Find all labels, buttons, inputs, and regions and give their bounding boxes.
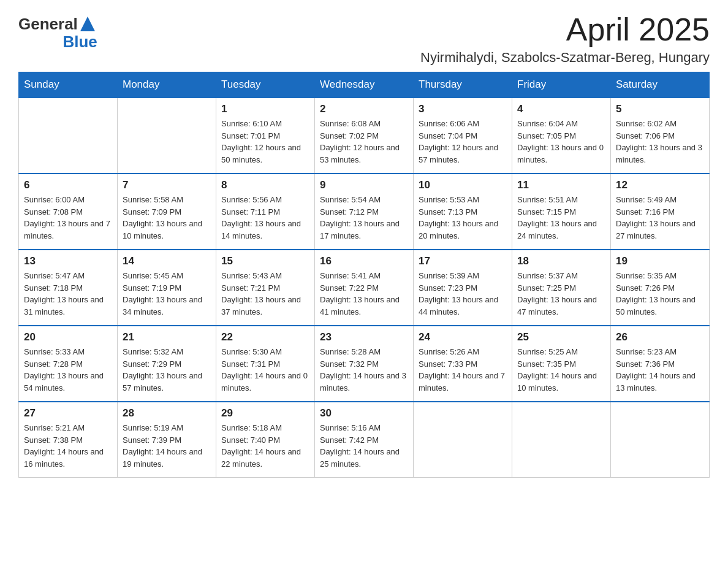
day-number: 28 (123, 407, 211, 419)
day-cell-21: 21Sunrise: 5:32 AMSunset: 7:29 PMDayligh… (118, 326, 216, 402)
day-number: 17 (419, 255, 507, 267)
empty-cell (512, 402, 611, 478)
day-info: Sunrise: 5:56 AMSunset: 7:11 PMDaylight:… (221, 194, 309, 242)
day-cell-4: 4Sunrise: 6:04 AMSunset: 7:05 PMDaylight… (512, 98, 611, 174)
day-number: 11 (517, 179, 605, 191)
day-number: 3 (419, 103, 507, 115)
day-info: Sunrise: 5:45 AMSunset: 7:19 PMDaylight:… (123, 270, 211, 318)
logo: General Blue (18, 15, 97, 50)
empty-cell (19, 98, 118, 174)
day-cell-29: 29Sunrise: 5:18 AMSunset: 7:40 PMDayligh… (216, 402, 315, 478)
title-section: April 2025 Nyirmihalydi, Szabolcs-Szatma… (420, 12, 710, 66)
calendar-header-row: SundayMondayTuesdayWednesdayThursdayFrid… (19, 72, 710, 98)
week-row-5: 27Sunrise: 5:21 AMSunset: 7:38 PMDayligh… (19, 402, 710, 478)
day-number: 26 (616, 331, 704, 343)
day-info: Sunrise: 5:19 AMSunset: 7:39 PMDaylight:… (123, 422, 211, 470)
day-info: Sunrise: 5:30 AMSunset: 7:31 PMDaylight:… (221, 346, 309, 394)
day-number: 18 (517, 255, 605, 267)
day-of-week-saturday: Saturday (611, 72, 710, 98)
day-cell-27: 27Sunrise: 5:21 AMSunset: 7:38 PMDayligh… (19, 402, 118, 478)
month-title: April 2025 (420, 12, 710, 47)
day-cell-17: 17Sunrise: 5:39 AMSunset: 7:23 PMDayligh… (414, 250, 512, 326)
day-info: Sunrise: 5:39 AMSunset: 7:23 PMDaylight:… (419, 270, 507, 318)
day-number: 8 (221, 179, 309, 191)
day-info: Sunrise: 5:32 AMSunset: 7:29 PMDaylight:… (123, 346, 211, 394)
day-cell-12: 12Sunrise: 5:49 AMSunset: 7:16 PMDayligh… (611, 174, 710, 250)
day-cell-13: 13Sunrise: 5:47 AMSunset: 7:18 PMDayligh… (19, 250, 118, 326)
day-cell-22: 22Sunrise: 5:30 AMSunset: 7:31 PMDayligh… (216, 326, 315, 402)
day-info: Sunrise: 5:26 AMSunset: 7:33 PMDaylight:… (419, 346, 507, 394)
day-of-week-friday: Friday (512, 72, 611, 98)
day-info: Sunrise: 5:25 AMSunset: 7:35 PMDaylight:… (517, 346, 605, 394)
day-cell-23: 23Sunrise: 5:28 AMSunset: 7:32 PMDayligh… (315, 326, 414, 402)
day-cell-11: 11Sunrise: 5:51 AMSunset: 7:15 PMDayligh… (512, 174, 611, 250)
day-cell-2: 2Sunrise: 6:08 AMSunset: 7:02 PMDaylight… (315, 98, 414, 174)
day-of-week-thursday: Thursday (414, 72, 512, 98)
day-cell-8: 8Sunrise: 5:56 AMSunset: 7:11 PMDaylight… (216, 174, 315, 250)
day-cell-7: 7Sunrise: 5:58 AMSunset: 7:09 PMDaylight… (118, 174, 216, 250)
day-info: Sunrise: 5:51 AMSunset: 7:15 PMDaylight:… (517, 194, 605, 242)
day-info: Sunrise: 5:54 AMSunset: 7:12 PMDaylight:… (320, 194, 408, 242)
day-number: 19 (616, 255, 704, 267)
logo-flag-icon (79, 15, 96, 33)
day-info: Sunrise: 5:16 AMSunset: 7:42 PMDaylight:… (320, 422, 408, 470)
location-title: Nyirmihalydi, Szabolcs-Szatmar-Bereg, Hu… (420, 50, 710, 66)
day-cell-3: 3Sunrise: 6:06 AMSunset: 7:04 PMDaylight… (414, 98, 512, 174)
day-info: Sunrise: 5:47 AMSunset: 7:18 PMDaylight:… (24, 270, 112, 318)
day-cell-10: 10Sunrise: 5:53 AMSunset: 7:13 PMDayligh… (414, 174, 512, 250)
day-number: 1 (221, 103, 309, 115)
empty-cell (118, 98, 216, 174)
day-info: Sunrise: 5:23 AMSunset: 7:36 PMDaylight:… (616, 346, 704, 394)
day-info: Sunrise: 5:35 AMSunset: 7:26 PMDaylight:… (616, 270, 704, 318)
day-info: Sunrise: 5:18 AMSunset: 7:40 PMDaylight:… (221, 422, 309, 470)
day-info: Sunrise: 6:04 AMSunset: 7:05 PMDaylight:… (517, 118, 605, 166)
day-of-week-monday: Monday (118, 72, 216, 98)
svg-marker-0 (80, 17, 95, 31)
day-number: 5 (616, 103, 704, 115)
day-number: 27 (24, 407, 112, 419)
week-row-1: 1Sunrise: 6:10 AMSunset: 7:01 PMDaylight… (19, 98, 710, 174)
day-number: 7 (123, 179, 211, 191)
day-number: 14 (123, 255, 211, 267)
day-cell-9: 9Sunrise: 5:54 AMSunset: 7:12 PMDaylight… (315, 174, 414, 250)
day-info: Sunrise: 5:21 AMSunset: 7:38 PMDaylight:… (24, 422, 112, 470)
day-info: Sunrise: 5:53 AMSunset: 7:13 PMDaylight:… (419, 194, 507, 242)
day-info: Sunrise: 5:58 AMSunset: 7:09 PMDaylight:… (123, 194, 211, 242)
day-of-week-wednesday: Wednesday (315, 72, 414, 98)
day-cell-6: 6Sunrise: 6:00 AMSunset: 7:08 PMDaylight… (19, 174, 118, 250)
logo-general-text: General (18, 15, 78, 33)
day-info: Sunrise: 6:08 AMSunset: 7:02 PMDaylight:… (320, 118, 408, 166)
day-number: 10 (419, 179, 507, 191)
empty-cell (611, 402, 710, 478)
day-info: Sunrise: 6:10 AMSunset: 7:01 PMDaylight:… (221, 118, 309, 166)
day-cell-18: 18Sunrise: 5:37 AMSunset: 7:25 PMDayligh… (512, 250, 611, 326)
day-number: 16 (320, 255, 408, 267)
day-cell-24: 24Sunrise: 5:26 AMSunset: 7:33 PMDayligh… (414, 326, 512, 402)
week-row-4: 20Sunrise: 5:33 AMSunset: 7:28 PMDayligh… (19, 326, 710, 402)
day-number: 4 (517, 103, 605, 115)
day-cell-26: 26Sunrise: 5:23 AMSunset: 7:36 PMDayligh… (611, 326, 710, 402)
day-number: 25 (517, 331, 605, 343)
day-number: 23 (320, 331, 408, 343)
day-number: 21 (123, 331, 211, 343)
page-header: General Blue April 2025 Nyirmihalydi, Sz… (18, 12, 710, 66)
day-cell-14: 14Sunrise: 5:45 AMSunset: 7:19 PMDayligh… (118, 250, 216, 326)
empty-cell (414, 402, 512, 478)
day-info: Sunrise: 5:41 AMSunset: 7:22 PMDaylight:… (320, 270, 408, 318)
day-number: 13 (24, 255, 112, 267)
day-cell-16: 16Sunrise: 5:41 AMSunset: 7:22 PMDayligh… (315, 250, 414, 326)
day-cell-15: 15Sunrise: 5:43 AMSunset: 7:21 PMDayligh… (216, 250, 315, 326)
day-number: 29 (221, 407, 309, 419)
logo-blue-text: Blue (63, 33, 97, 51)
day-cell-30: 30Sunrise: 5:16 AMSunset: 7:42 PMDayligh… (315, 402, 414, 478)
day-info: Sunrise: 5:37 AMSunset: 7:25 PMDaylight:… (517, 270, 605, 318)
day-number: 24 (419, 331, 507, 343)
day-number: 2 (320, 103, 408, 115)
day-number: 15 (221, 255, 309, 267)
day-number: 30 (320, 407, 408, 419)
day-number: 20 (24, 331, 112, 343)
day-of-week-sunday: Sunday (19, 72, 118, 98)
day-cell-19: 19Sunrise: 5:35 AMSunset: 7:26 PMDayligh… (611, 250, 710, 326)
week-row-2: 6Sunrise: 6:00 AMSunset: 7:08 PMDaylight… (19, 174, 710, 250)
day-info: Sunrise: 5:33 AMSunset: 7:28 PMDaylight:… (24, 346, 112, 394)
